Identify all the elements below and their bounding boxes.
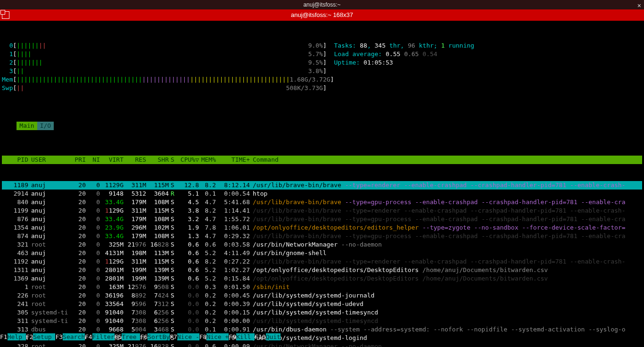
terminal-icon [2,11,9,19]
table-row[interactable]: 1192anuj2001129G311M115MS0.68.20:27.22/u… [2,257,642,266]
process-table[interactable]: 1189anuj2001129G311M115MS12.88.28:12.14/… [2,181,642,347]
fkey-F4[interactable]: F4 [85,333,92,340]
fkey-F6[interactable]: F6 [140,333,148,340]
fkey-F10[interactable]: F10 [255,333,265,340]
table-row[interactable]: 1189anuj2001129G311M115MS12.88.28:12.14/… [2,181,642,190]
table-row[interactable]: 1311anuj2002801M199M139MS0.65.21:02.27/o… [2,266,642,274]
window-titlebar: anuj@itsfoss:~ × [0,0,644,9]
table-row[interactable]: 321root200325M2197616828S0.60.60:03.58/u… [2,240,642,249]
table-row[interactable]: 1369anuj2002801M199M139MS0.65.20:15.84/o… [2,274,642,283]
screen-tabs: MainI/O [2,113,642,139]
tab-io[interactable]: I/O [37,122,54,130]
close-icon[interactable]: × [637,1,641,10]
fkey-F2[interactable]: F2 [26,333,33,340]
fkey-F7[interactable]: F7 [170,333,177,340]
table-row[interactable]: 463anuj2004131M198M113MS0.65.24:11.49/us… [2,249,642,257]
process-table-header[interactable]: PIDUSERPRINIVIRTRESSHRSCPU%▽MEM%TIME+ Co… [2,156,642,164]
tab-main[interactable]: Main [17,122,37,130]
table-row[interactable]: 2914anuj200914853123604R5.10.10:00.54hto… [2,190,642,198]
table-row[interactable]: 226root2003619688927424S0.00.20:00.45/us… [2,291,642,300]
terminal-tab-strip: anuj@itsfoss:~ 168x37 [0,9,644,21]
table-row[interactable]: 840anuj20033.4G179M108MS4.54.75:41.68/us… [2,198,642,207]
terminal-tab-title: anuj@itsfoss:~ 168x37 [291,11,353,18]
table-row[interactable]: 311systemd-ti2009104073086256S0.00.20:00… [2,317,642,325]
table-row[interactable]: 241root2003356495967312S0.00.20:00.39/us… [2,300,642,308]
table-row[interactable]: 1root200163M125769508S0.00.30:01.50/sbin… [2,283,642,291]
fkey-F9[interactable]: F9 [229,333,236,340]
table-row[interactable]: 1354anuj20023.9G296M102MS1.97.81:06.01/o… [2,223,642,232]
table-row[interactable]: 876anuj20033.4G179M108MS3.24.71:55.72/us… [2,215,642,223]
fkey-F3[interactable]: F3 [55,333,63,340]
table-row[interactable]: 328root200325M2197616828S0.00.60:00.09/u… [2,342,642,347]
fkey-F5[interactable]: F5 [115,333,122,340]
fkey-F1[interactable]: F1 [0,333,8,340]
function-key-bar: F1Help F2Setup F3SearchF4FilterF5Tree F6… [0,333,644,341]
window-title: anuj@itsfoss:~ [303,1,340,8]
table-row[interactable]: 874anuj20033.4G179M108MS1.34.70:29.32/us… [2,232,642,240]
table-row[interactable]: 1199anuj2001129G311M115MS3.88.21:14.41/u… [2,207,642,215]
fkey-F8[interactable]: F8 [199,333,207,340]
table-row[interactable]: 305systemd-ti2009104073086256S0.00.20:00… [2,308,642,317]
htop-output: 0[|||||||| 9.0%] Tasks: 88, 345 thr, 96 … [0,21,644,347]
